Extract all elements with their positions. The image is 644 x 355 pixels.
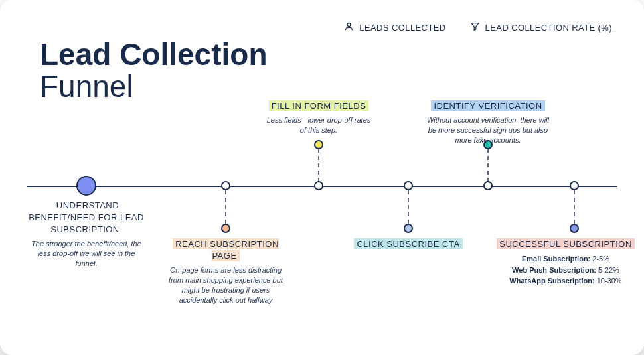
step1-label: UNDERSTAND BENEFIT/NEED FOR LEAD SUBSCRI…	[27, 199, 146, 269]
title-line1: Lead Collection	[40, 38, 267, 70]
step5-label: IDENTIFY VERIFICATION Without account ve…	[418, 100, 558, 145]
step6-axis-node	[570, 181, 579, 190]
title-line2: Funnel	[40, 70, 267, 102]
legend-leads: LEADS COLLECTED	[344, 21, 445, 33]
step2-desc: On-page forms are less distracting from …	[159, 265, 292, 305]
legend-rate-text: LEAD COLLECTION RATE (%)	[485, 23, 612, 33]
step4-title: CLICK SUBSCRIBE CTA	[354, 238, 462, 249]
step2-dot	[221, 224, 230, 233]
step3-desc: Less fields - lower drop-off rates of th…	[259, 115, 378, 135]
step1-desc: The stronger the benefit/need, the less …	[27, 239, 146, 269]
title: Lead Collection Funnel	[40, 38, 267, 103]
step1-title: UNDERSTAND BENEFIT/NEED FOR LEAD SUBSCRI…	[29, 200, 144, 235]
step5-desc: Without account verification, there will…	[418, 115, 558, 145]
step1-node	[76, 176, 96, 196]
step4-axis-node	[404, 181, 413, 190]
step6-title: SUCCESSFUL SUBSCRIPTION	[497, 238, 635, 249]
step3-dot	[314, 140, 323, 149]
step6-bullets: Email Subscription: 2-5% Web Push Subscr…	[496, 253, 635, 287]
legend: LEADS COLLECTED LEAD COLLECTION RATE (%)	[344, 21, 612, 33]
diagram-card: LEADS COLLECTED LEAD COLLECTION RATE (%)…	[0, 0, 644, 355]
svg-point-0	[347, 23, 351, 27]
step4-dot	[404, 224, 413, 233]
step4-dash	[408, 190, 409, 224]
step4-label: CLICK SUBSCRIBE CTA	[352, 238, 465, 249]
step2-axis-node	[221, 181, 230, 190]
step5-dash	[487, 149, 489, 182]
step5-axis-node	[483, 181, 493, 190]
step6-label: SUCCESSFUL SUBSCRIPTION Email Subscripti…	[496, 238, 635, 287]
step5-title: IDENTIFY VERIFICATION	[431, 100, 544, 111]
legend-leads-text: LEADS COLLECTED	[359, 23, 445, 33]
step2-title: REACH SUBSCRIPTION PAGE	[173, 238, 279, 261]
step2-label: REACH SUBSCRIPTION PAGE On-page forms ar…	[159, 238, 292, 305]
funnel-icon	[470, 21, 480, 33]
step3-title: FILL IN FORM FIELDS	[269, 100, 369, 111]
step3-axis-node	[314, 181, 323, 190]
step6-dash	[574, 190, 575, 224]
step6-dot	[570, 224, 579, 233]
person-icon	[344, 21, 354, 33]
step3-label: FILL IN FORM FIELDS Less fields - lower …	[259, 100, 378, 135]
step2-dash	[225, 190, 226, 224]
step3-dash	[318, 149, 319, 182]
legend-rate: LEAD COLLECTION RATE (%)	[470, 21, 612, 33]
